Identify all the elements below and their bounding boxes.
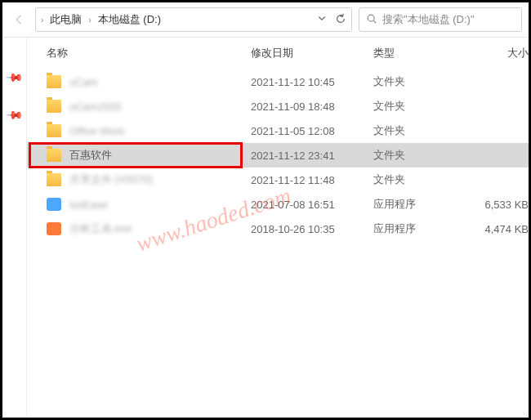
- folder-icon: [47, 173, 61, 186]
- file-type: 应用程序: [373, 221, 463, 236]
- file-row[interactable]: Office Work2021-11-05 12:08文件夹: [27, 118, 529, 143]
- file-date: 2021-11-05 12:08: [251, 125, 373, 137]
- breadcrumb-item[interactable]: 此电脑: [47, 11, 85, 29]
- file-name: oCam: [69, 76, 251, 88]
- file-name: Office Work: [69, 125, 251, 137]
- app-icon: [47, 222, 61, 235]
- file-type: 文件夹: [373, 123, 463, 138]
- file-date: 2021-11-12 11:48: [251, 174, 373, 186]
- file-name: oCam2020: [69, 101, 251, 113]
- file-row[interactable]: IceEase2021-07-08 16:51应用程序6,533 KB: [27, 192, 529, 217]
- folder-icon: [47, 75, 61, 88]
- file-list: 名称 修改日期 类型 大小 oCam2021-11-12 10:45文件夹oCa…: [27, 38, 529, 417]
- file-row[interactable]: oCam20202021-11-09 18:48文件夹: [27, 94, 529, 118]
- svg-line-1: [373, 20, 376, 23]
- header-date[interactable]: 修改日期: [251, 46, 373, 60]
- toolbar: › 此电脑 › 本地磁盘 (D:) 搜索"本地磁盘 (D:)": [2, 2, 529, 38]
- file-row[interactable]: 分析工具.exe2018-10-26 10:35应用程序4,474 KB: [27, 217, 529, 241]
- breadcrumb-item[interactable]: 本地磁盘 (D:): [95, 11, 164, 29]
- search-input[interactable]: 搜索"本地磁盘 (D:)": [359, 7, 522, 32]
- file-type: 文件夹: [373, 148, 463, 163]
- app-icon: [47, 198, 61, 211]
- folder-icon: [47, 149, 61, 162]
- main: 📌 📌 名称 修改日期 类型 大小 oCam2021-11-12 10:45文件…: [2, 38, 529, 417]
- folder-icon: [47, 124, 61, 137]
- pin-icon[interactable]: 📌: [5, 105, 24, 123]
- file-row[interactable]: 百惠软件2021-11-12 23:41文件夹: [27, 143, 529, 168]
- file-size: 6,533 KB: [463, 199, 529, 211]
- file-row[interactable]: oCam2021-11-12 10:45文件夹: [27, 69, 529, 94]
- file-type: 文件夹: [373, 99, 463, 114]
- back-button[interactable]: [9, 10, 29, 29]
- file-name: 百惠软件: [69, 148, 251, 163]
- refresh-icon[interactable]: [335, 13, 346, 27]
- chevron-down-icon[interactable]: [317, 13, 327, 27]
- file-type: 文件夹: [373, 74, 463, 89]
- column-headers: 名称 修改日期 类型 大小: [27, 38, 529, 69]
- file-name: IceEase: [69, 199, 251, 211]
- file-date: 2021-07-08 16:51: [251, 199, 373, 211]
- file-type: 应用程序: [373, 197, 463, 212]
- chevron-right-icon: ›: [41, 16, 43, 25]
- svg-point-0: [368, 15, 374, 21]
- file-date: 2021-11-09 18:48: [251, 101, 373, 113]
- header-name[interactable]: 名称: [47, 46, 251, 60]
- search-icon: [366, 13, 377, 27]
- file-date: 2021-11-12 10:45: [251, 76, 373, 88]
- sidebar: 📌 📌: [2, 38, 27, 417]
- file-size: 4,474 KB: [463, 223, 529, 235]
- file-row[interactable]: 共享文件 (V5570)2021-11-12 11:48文件夹: [27, 168, 529, 192]
- file-type: 文件夹: [373, 172, 463, 187]
- file-date: 2021-11-12 23:41: [251, 150, 373, 162]
- pin-icon[interactable]: 📌: [5, 67, 24, 86]
- file-name: 分析工具.exe: [69, 221, 251, 236]
- header-size[interactable]: 大小: [463, 46, 529, 60]
- search-placeholder: 搜索"本地磁盘 (D:)": [382, 12, 475, 27]
- header-type[interactable]: 类型: [373, 46, 463, 60]
- file-date: 2018-10-26 10:35: [251, 223, 373, 235]
- chevron-right-icon: ›: [88, 16, 91, 25]
- folder-icon: [47, 100, 61, 113]
- file-name: 共享文件 (V5570): [69, 172, 251, 187]
- breadcrumb[interactable]: › 此电脑 › 本地磁盘 (D:): [35, 7, 352, 32]
